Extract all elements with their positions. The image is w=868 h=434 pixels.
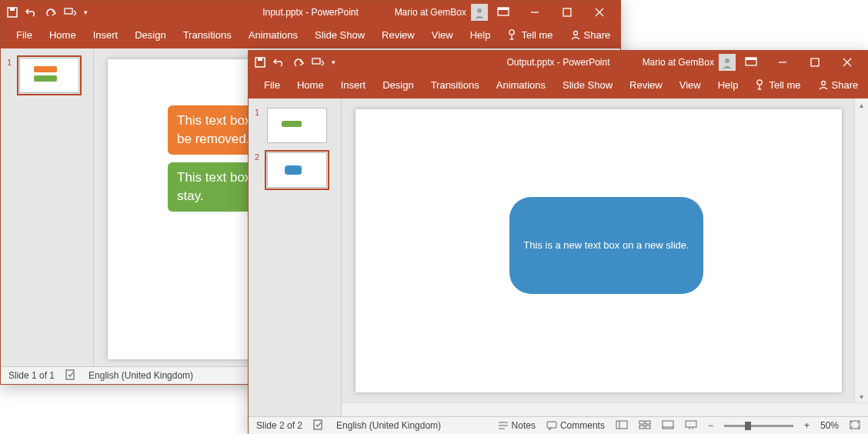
thumb-number: 1 [255, 108, 262, 117]
share-button[interactable]: Share [570, 29, 611, 41]
slide-thumbnail-1[interactable]: 1 [1, 56, 93, 101]
fit-to-window-icon[interactable] [850, 420, 860, 432]
document-title: Input.pptx - PowerPoint [262, 7, 359, 18]
slide-thumbnail-1[interactable]: 1 [249, 106, 341, 151]
tab-view[interactable]: View [432, 29, 453, 41]
redo-icon[interactable] [293, 57, 304, 68]
tab-slideshow[interactable]: Slide Show [315, 29, 365, 41]
language-status[interactable]: English (United Kingdom) [336, 420, 441, 431]
view-sorter-icon[interactable] [639, 420, 651, 432]
notes-button[interactable]: Notes [498, 420, 536, 431]
tab-animations[interactable]: Animations [496, 79, 546, 91]
svg-rect-36 [639, 421, 644, 424]
minimize-button[interactable] [519, 1, 551, 24]
user-avatar-icon [471, 4, 488, 21]
tab-insert[interactable]: Insert [341, 79, 366, 91]
zoom-slider[interactable] [724, 425, 793, 427]
undo-icon[interactable] [273, 57, 285, 68]
save-icon[interactable] [255, 57, 265, 68]
scroll-down-icon[interactable]: ▾ [855, 390, 868, 403]
user-account[interactable]: Mario at GemBox [643, 54, 736, 71]
zoom-in-button[interactable]: + [804, 420, 810, 431]
tab-view[interactable]: View [679, 79, 701, 91]
maximize-button[interactable] [799, 51, 831, 74]
user-account[interactable]: Mario at GemBox [395, 4, 488, 21]
document-title: Output.pptx - PowerPoint [506, 57, 609, 68]
tell-me-search[interactable]: Tell me [755, 79, 800, 91]
svg-rect-33 [547, 422, 556, 428]
titlebar: ▾ Output.pptx - PowerPoint Mario at GemB… [249, 51, 868, 74]
vertical-scrollbar[interactable]: ▴ ▾ ≡ [854, 98, 868, 416]
user-name-label: Mario at GemBox [643, 57, 714, 68]
qat-dropdown-icon[interactable]: ▾ [84, 8, 88, 16]
zoom-out-button[interactable]: − [708, 420, 713, 431]
scroll-up-icon[interactable]: ▴ [855, 98, 868, 112]
close-button[interactable] [583, 1, 616, 24]
tab-file[interactable]: File [264, 79, 280, 91]
svg-rect-17 [312, 58, 320, 64]
qat-dropdown-icon[interactable]: ▾ [332, 58, 336, 66]
slide-counter[interactable]: Slide 2 of 2 [256, 420, 302, 431]
share-label: Share [584, 29, 611, 41]
slide-thumbnail-pane[interactable]: 1 2 [249, 98, 342, 416]
redo-icon[interactable] [45, 7, 56, 18]
notes-label: Notes [512, 420, 536, 431]
share-button[interactable]: Share [818, 79, 859, 91]
svg-rect-22 [811, 58, 819, 66]
ribbon-tabs: File Home Insert Design Transitions Anim… [249, 74, 868, 98]
tab-help[interactable]: Help [470, 29, 491, 41]
quick-access-toolbar: ▾ [1, 7, 88, 18]
tab-review[interactable]: Review [382, 29, 415, 41]
start-from-beginning-icon[interactable] [312, 57, 324, 68]
tab-insert[interactable]: Insert [93, 29, 119, 41]
quick-access-toolbar: ▾ [249, 57, 336, 68]
textbox-blue-text: This is a new text box on a new slide. [523, 239, 689, 252]
view-slideshow-icon[interactable] [685, 420, 697, 432]
tab-design[interactable]: Design [382, 79, 413, 91]
comments-label: Comments [560, 420, 605, 431]
tab-home[interactable]: Home [49, 29, 76, 41]
thumb-preview [267, 152, 327, 188]
minimize-button[interactable] [766, 51, 799, 74]
slide-counter[interactable]: Slide 1 of 1 [8, 370, 55, 381]
textbox-blue[interactable]: This is a new text box on a new slide. [509, 197, 703, 294]
view-reading-icon[interactable] [662, 420, 674, 432]
zoom-slider-knob[interactable] [745, 422, 751, 430]
ribbon-display-options-icon[interactable] [497, 6, 509, 19]
start-from-beginning-icon[interactable] [64, 7, 76, 18]
svg-point-25 [757, 80, 762, 85]
svg-point-10 [509, 30, 514, 35]
tab-help[interactable]: Help [718, 79, 739, 91]
maximize-button[interactable] [551, 1, 583, 24]
tab-animations[interactable]: Animations [249, 29, 298, 41]
slide-canvas-area: This is a new text box on a new slide. ▴… [342, 98, 868, 416]
tab-home[interactable]: Home [297, 79, 324, 91]
ribbon-display-options-icon[interactable] [745, 56, 757, 69]
spellcheck-icon[interactable] [65, 369, 78, 382]
save-icon[interactable] [7, 7, 18, 18]
editor-area: 1 2 This is a new text box on a new slid… [249, 98, 868, 416]
language-status[interactable]: English (United Kingdom) [88, 370, 193, 381]
horizontal-scrollbar[interactable] [342, 402, 868, 416]
comments-button[interactable]: Comments [546, 420, 605, 431]
slide-thumbnail-pane[interactable]: 1 [1, 48, 94, 366]
close-button[interactable] [831, 51, 863, 74]
zoom-level[interactable]: 50% [820, 420, 839, 431]
svg-rect-38 [639, 426, 644, 429]
tab-file[interactable]: File [16, 29, 32, 41]
tab-design[interactable]: Design [135, 29, 165, 41]
undo-icon[interactable] [25, 7, 38, 18]
tab-review[interactable]: Review [629, 79, 663, 91]
tell-me-label: Tell me [769, 79, 800, 91]
slide-canvas[interactable]: This is a new text box on a new slide. [356, 109, 842, 392]
powerpoint-window-output: ▾ Output.pptx - PowerPoint Mario at GemB… [248, 50, 868, 434]
textbox-green-text: This text box stay. [177, 169, 251, 205]
slide-thumbnail-2[interactable]: 2 [249, 151, 341, 195]
tab-slideshow[interactable]: Slide Show [563, 79, 613, 91]
spellcheck-icon[interactable] [313, 419, 326, 432]
view-normal-icon[interactable] [616, 420, 628, 432]
thumb-number: 2 [255, 152, 262, 162]
tell-me-search[interactable]: Tell me [507, 29, 553, 41]
tab-transitions[interactable]: Transitions [431, 79, 479, 91]
tab-transitions[interactable]: Transitions [183, 29, 232, 41]
